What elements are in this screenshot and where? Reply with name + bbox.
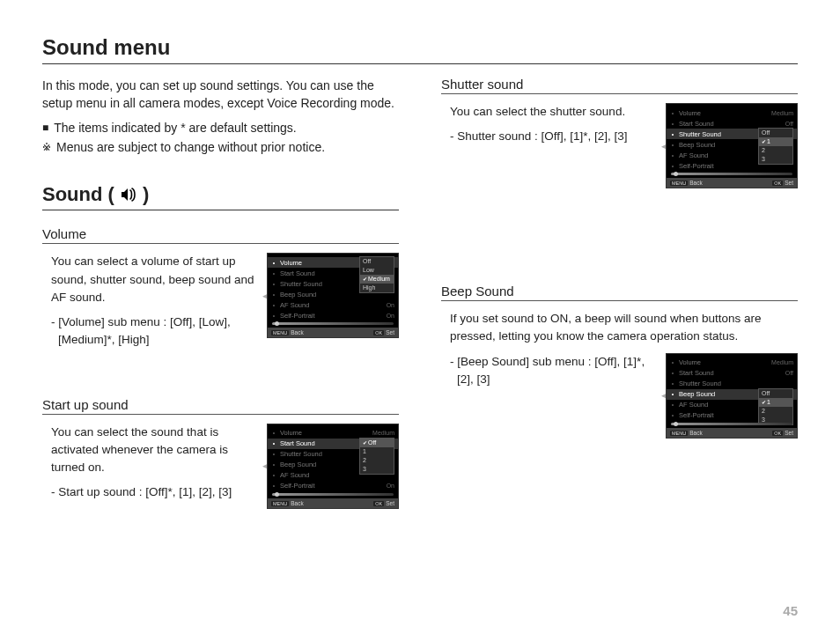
shutter-heading: Shutter sound — [441, 77, 798, 94]
menu-item-selfportrait: Self-Portrait — [280, 312, 383, 320]
shutter-desc: You can select the shutter sound. — [450, 103, 655, 121]
reference-mark-icon: ※ — [42, 139, 51, 158]
shutter-menu-screenshot: ◀)) •VolumeMedium •Start SoundOff •Shutt… — [666, 103, 798, 188]
note-change: ※ Menus are subject to change without pr… — [42, 137, 399, 157]
volume-heading: Volume — [42, 226, 399, 244]
right-column: Shutter sound You can select the shutter… — [441, 77, 798, 509]
speaker-icon — [120, 187, 137, 203]
note-default-text: The items indicated by * are default set… — [54, 118, 296, 137]
beep-options: - [Beep Sound] sub menu : [Off], [1]*, [… — [457, 353, 655, 389]
volume-menu-screenshot: ◀)) •Volume •Start Sound •Shutter Sound … — [267, 253, 399, 338]
note-change-text: Menus are subject to change without prio… — [56, 137, 325, 157]
intro-text: In this mode, you can set up sound setti… — [42, 77, 399, 113]
set-label: Set — [386, 329, 394, 335]
note-default: ■ The items indicated by * are default s… — [42, 118, 399, 137]
sound-heading-suffix: ) — [143, 183, 149, 206]
back-label: Back — [291, 329, 303, 335]
shutter-options: - Shutter sound : [Off], [1]*, [2], [3] — [457, 128, 655, 145]
menu-item-afsound: AF Sound — [280, 301, 383, 309]
left-column: In this mode, you can set up sound setti… — [42, 77, 399, 509]
startup-heading: Start up sound — [42, 397, 399, 415]
volume-options: - [Volume] sub menu : [Off], [Low], [Med… — [58, 313, 256, 350]
startup-options: - Start up sound : [Off]*, [1], [2], [3] — [58, 483, 256, 501]
sound-heading: Sound ( ) — [42, 183, 399, 210]
beep-desc: If you set sound to ON, a beep will soun… — [450, 310, 798, 346]
page-title: Sound menu — [42, 35, 798, 64]
volume-desc: You can select a volume of start up soun… — [51, 253, 256, 306]
startup-menu-screenshot: ◀)) •VolumeMedium •Start Sound •Shutter … — [267, 424, 399, 509]
square-bullet-icon: ■ — [42, 120, 48, 139]
page-number: 45 — [783, 603, 798, 618]
startup-desc: You can select the sound that is activat… — [51, 424, 256, 477]
beep-menu-screenshot: ◀)) •VolumeMedium •Start SoundOff •Shutt… — [666, 353, 798, 439]
beep-heading: Beep Sound — [441, 284, 798, 301]
sound-heading-prefix: Sound ( — [42, 183, 114, 206]
